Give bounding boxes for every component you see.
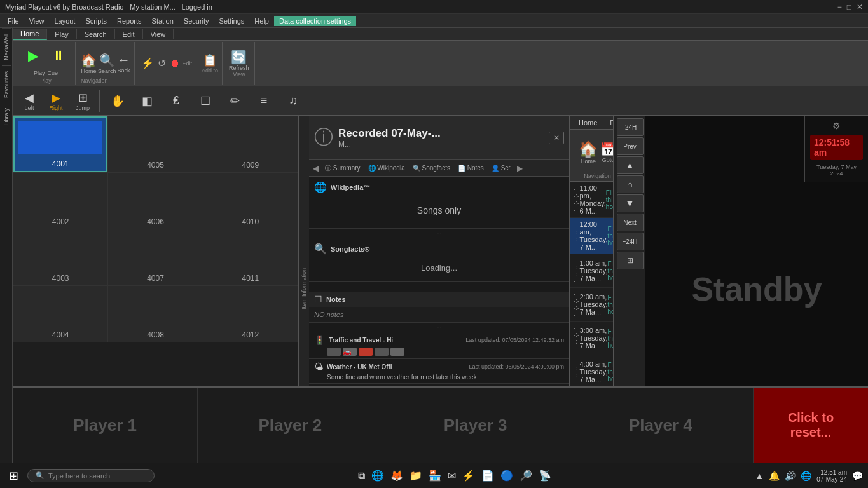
tab-view[interactable]: View xyxy=(143,29,174,39)
tool-split[interactable]: ◧ xyxy=(133,88,161,114)
home-nav-button[interactable]: 🏠 Home xyxy=(81,53,97,74)
taskbar-store-icon[interactable]: 🏪 xyxy=(429,470,441,482)
schedule-row-2am[interactable]: --:--:-- 2:00 am, Tuesday, 7 Ma... Fill … xyxy=(570,288,613,322)
clock-settings-icon[interactable]: ⚙ xyxy=(832,121,841,131)
tab-play[interactable]: Play xyxy=(47,29,76,39)
menu-station[interactable]: Station xyxy=(147,16,179,26)
search-button[interactable]: 🔍 Search xyxy=(98,53,116,74)
menu-help[interactable]: Help xyxy=(249,16,274,26)
menu-file[interactable]: File xyxy=(3,16,24,26)
back-button[interactable]: ← Back xyxy=(118,53,130,74)
smartinfo-close-btn[interactable]: ✕ xyxy=(549,132,564,144)
grid-cell-4001[interactable]: 4001 xyxy=(13,116,107,172)
grid-cell-4012[interactable]: 4012 xyxy=(203,286,298,342)
menu-reports[interactable]: Reports xyxy=(112,16,147,26)
grid-cell-4004[interactable]: 4004 xyxy=(13,286,107,342)
left-button[interactable]: ◀ Left xyxy=(17,88,42,114)
taskbar-mail-icon[interactable]: ✉ xyxy=(448,470,456,482)
menu-view[interactable]: View xyxy=(24,16,50,26)
menu-scripts[interactable]: Scripts xyxy=(80,16,112,26)
sched-fill-1[interactable]: Fill this hour xyxy=(606,189,613,210)
schedule-row-4am[interactable]: --:--:-- 4:00 am, Tuesday, 7 Ma... Fill … xyxy=(570,355,613,389)
start-button[interactable]: ⊞ xyxy=(5,466,22,485)
refresh-view-button[interactable]: 🔄 xyxy=(231,50,247,65)
jump-button[interactable]: ⊞ Jump xyxy=(70,88,95,114)
grid-cell-4005[interactable]: 4005 xyxy=(108,116,202,172)
close-button[interactable]: ✕ xyxy=(857,3,863,11)
menu-layout[interactable]: Layout xyxy=(49,16,80,26)
smartinfo-tab-scr[interactable]: 👤 Scr xyxy=(488,163,514,173)
hour-home-button[interactable]: 🏠 Home xyxy=(579,140,598,165)
player3-cell[interactable]: Player 3 xyxy=(383,388,568,463)
player1-cell[interactable]: Player 1 xyxy=(13,388,198,463)
smartinfo-tab-summary[interactable]: ⓘ Summary xyxy=(321,163,364,174)
schedule-row-1am[interactable]: --:--:-- 1:00 am, Tuesday, 7 Ma... Fill … xyxy=(570,254,613,288)
edit-icon2-button[interactable]: ↺ xyxy=(156,56,167,71)
grid-cell-4009[interactable]: 4009 xyxy=(203,116,298,172)
grid-cell-4010[interactable]: 4010 xyxy=(203,173,298,229)
up-button[interactable]: ▲ xyxy=(617,156,644,174)
sched-fill-3[interactable]: Fill this hour xyxy=(607,261,613,281)
menu-security[interactable]: Security xyxy=(179,16,214,26)
search-bar-placeholder[interactable]: Type here to search xyxy=(48,472,110,480)
taskbar-edge-icon[interactable]: 🦊 xyxy=(390,470,403,482)
sched-fill-4[interactable]: Fill this hour xyxy=(607,294,613,315)
sched-fill-5[interactable]: Fill this hour xyxy=(607,328,613,349)
grid-cell-4002[interactable]: 4002 xyxy=(13,173,107,229)
taskbar-volume-icon[interactable]: 🔊 xyxy=(785,471,796,481)
schedule-row-12am[interactable]: --:--:-- 12:00 am, Tuesday, 7 M... Fill … xyxy=(570,218,613,254)
taskbar-clock[interactable]: 12:51 am 07-May-24 xyxy=(816,469,847,483)
taskbar-task-view[interactable]: ⧉ xyxy=(358,470,365,482)
maximize-button[interactable]: □ xyxy=(847,3,851,11)
hour-goto-button[interactable]: 📅 Goto xyxy=(600,142,614,163)
grid-cell-4008[interactable]: 4008 xyxy=(108,286,202,342)
sched-fill-2[interactable]: Fill this hour xyxy=(607,226,613,247)
grid-cell-4011[interactable]: 4011 xyxy=(203,229,298,285)
down-button[interactable]: ▼ xyxy=(617,194,644,212)
taskbar-network-icon[interactable]: 🌐 xyxy=(801,471,811,481)
smartinfo-tab-prev[interactable]: ◀ xyxy=(310,164,321,173)
smartinfo-tab-next[interactable]: ▶ xyxy=(514,164,525,173)
minimize-button[interactable]: − xyxy=(837,3,842,11)
addto-button[interactable]: 📋 xyxy=(203,53,217,67)
tool-bracket[interactable]: ☐ xyxy=(191,88,219,114)
player2-cell[interactable]: Player 2 xyxy=(198,388,383,463)
taskbar-folder-icon[interactable]: 📁 xyxy=(410,470,422,482)
taskbar-app-icon[interactable]: 📡 xyxy=(539,470,551,482)
minus24h-button[interactable]: -24H xyxy=(617,118,644,136)
record-button[interactable]: ⏺ xyxy=(169,57,181,71)
player4-cell[interactable]: Player 4 xyxy=(568,388,754,463)
menu-settings[interactable]: Settings xyxy=(214,16,250,26)
tool-hand[interactable]: ✋ xyxy=(104,88,132,114)
tool-list[interactable]: ≡ xyxy=(250,88,278,114)
taskbar-action-center[interactable]: 💬 xyxy=(852,471,863,481)
smartinfo-tab-wikipedia[interactable]: 🌐 Wikipedia xyxy=(364,163,409,173)
tool-edit[interactable]: ✏ xyxy=(221,88,249,114)
taskbar-files-icon[interactable]: 📄 xyxy=(481,470,494,482)
menu-data-collection[interactable]: Data collection settings xyxy=(274,16,356,26)
cue-button[interactable]: ⏸ xyxy=(47,43,70,69)
next-button[interactable]: Next xyxy=(617,214,644,231)
tab-edit[interactable]: Edit xyxy=(115,29,143,39)
taskbar-search2-icon[interactable]: 🔎 xyxy=(520,470,532,482)
tab-home[interactable]: Home xyxy=(13,29,47,40)
taskbar-browser2-icon[interactable]: 🔵 xyxy=(500,470,513,482)
smartinfo-tab-songfacts[interactable]: 🔍 Songfacts xyxy=(409,163,454,173)
play-button[interactable]: ▶ xyxy=(22,43,45,69)
plus24h-button[interactable]: +24H xyxy=(617,233,644,250)
grid-cell-4003[interactable]: 4003 xyxy=(13,229,107,285)
taskbar-filezilla-icon[interactable]: ⚡ xyxy=(462,470,475,482)
edit-icon1-button[interactable]: ⚡ xyxy=(140,56,155,71)
sched-fill-6[interactable]: Fill this hour xyxy=(607,362,613,383)
prev-button[interactable]: Prev xyxy=(617,137,644,155)
grid-cell-4007[interactable]: 4007 xyxy=(108,229,202,285)
schedule-row-11pm[interactable]: --:--:-- 11:00 pm, Monday, 6 M... Fill t… xyxy=(570,182,613,218)
taskbar-ie-icon[interactable]: 🌐 xyxy=(371,470,384,482)
schedule-row-3am[interactable]: --:--:-- 3:00 am, Tuesday, 7 Ma... Fill … xyxy=(570,322,613,355)
hour-tab-edit[interactable]: Edit xyxy=(603,118,614,128)
home-nav2-button[interactable]: ⌂ xyxy=(617,175,644,193)
tool-music[interactable]: ♫ xyxy=(279,88,307,114)
hour-tab-home[interactable]: Home xyxy=(572,118,603,128)
tool-pound[interactable]: ₤ xyxy=(162,88,190,114)
grid-view-button[interactable]: ⊞ xyxy=(617,252,644,269)
